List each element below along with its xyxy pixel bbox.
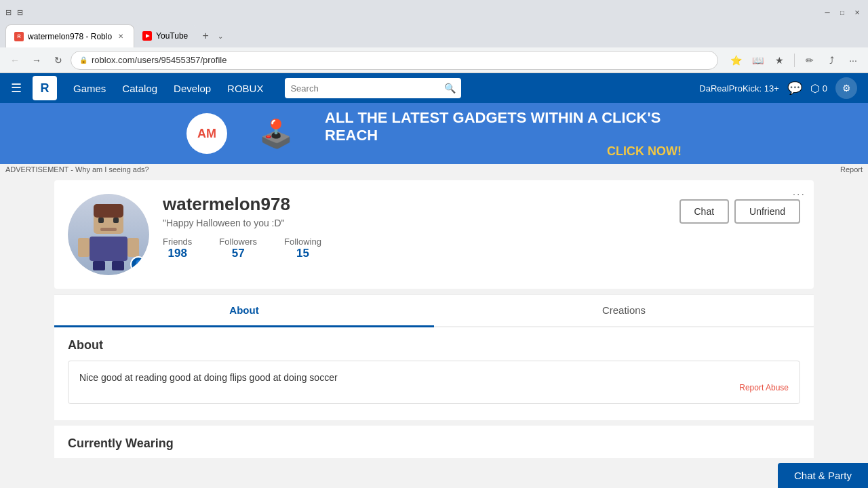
stat-friends-value[interactable]: 198 [163,247,192,260]
ad-notice-text: ADVERTISEMENT - Why am I seeing ads? [5,165,149,174]
nav-chat-btn[interactable]: 💬 [787,81,802,96]
ad-headline: ALL THE LATEST GADGETS WITHIN A CLICK'S … [325,109,682,144]
ad-logo: AM [186,113,227,154]
svg-rect-8 [93,261,105,270]
unfriend-button[interactable]: Unfriend [734,199,800,224]
profile-stats: Friends 198 Followers 57 Following 15 [163,237,666,260]
robux-count: 0 [823,83,827,94]
profile-info: watermelon978 "Happy Halloween to you :D… [163,194,666,260]
profile-status: "Happy Halloween to you :D" [163,218,666,228]
report-abuse-btn[interactable]: Report Abuse [79,383,789,392]
stat-following: Following 15 [284,237,321,260]
nav-robux[interactable]: ROBUX [227,83,263,94]
ad-cta[interactable]: CLICK NOW! [325,144,682,159]
maximize-btn[interactable]: □ [837,7,848,18]
bookmarks-btn[interactable]: 📖 [748,51,767,70]
nav-games[interactable]: Games [73,83,106,94]
svg-rect-2 [98,218,104,223]
yt-favicon: ▶ [142,31,152,41]
title-bar: ⊟ ⊟ ─ □ ✕ [0,0,868,24]
tab-roblox-label: watermelon978 - Roblo [28,32,112,41]
nav-right: DaRealProKick: 13+ 💬 ⬡ 0 ⚙ [699,77,857,99]
svg-rect-7 [127,238,139,257]
about-box: Nice good at reading good at doing flips… [68,361,800,404]
currently-wearing-section: Currently Wearing 3D [54,426,814,458]
address-bar-row: ← → ↻ 🔒 roblox.com/users/95455357/profil… [0,47,868,73]
robux-icon: ⬡ [810,82,820,95]
search-icon[interactable]: 🔍 [444,83,456,94]
profile-more-btn[interactable]: ··· [793,188,806,201]
new-tab-btn[interactable]: + [196,26,215,45]
forward-btn[interactable]: → [27,51,46,70]
more-btn[interactable]: ··· [844,51,863,70]
stat-friends-label: Friends [163,237,192,247]
tab-roblox-close[interactable]: ✕ [116,32,125,41]
profile-avatar: 👤 [68,194,149,275]
about-title: About [68,338,800,352]
svg-rect-4 [100,228,117,231]
nav-develop[interactable]: Develop [174,83,211,94]
ad-notice-bar: ADVERTISEMENT - Why am I seeing ads? Rep… [0,164,868,175]
roblox-logo[interactable]: R [33,76,57,100]
chat-button[interactable]: Chat [679,199,730,224]
star-btn[interactable]: ★ [770,51,789,70]
stat-following-value[interactable]: 15 [284,247,321,260]
address-bar[interactable]: 🔒 roblox.com/users/95455357/profile [71,51,718,70]
search-bar[interactable]: 🔍 [285,78,461,98]
tabs-row: About Creations [54,295,814,327]
tab-bar: R watermelon978 - Roblo ✕ ▶ YouTube + ⌄ [0,24,868,47]
stat-followers: Followers 57 [219,237,257,260]
url-text: roblox.com/users/95455357/profile [92,55,709,65]
search-input[interactable] [290,83,440,94]
profile-actions: Chat Unfriend [679,199,801,224]
reload-btn[interactable]: ↻ [49,51,68,70]
about-section: About Nice good at reading good at doing… [54,327,814,420]
settings-btn[interactable]: ⚙ [835,77,857,99]
profile-card: ··· [54,180,814,289]
stat-followers-value[interactable]: 57 [219,247,257,260]
lock-icon: 🔒 [79,56,87,64]
nav-links: Games Catalog Develop ROBUX [73,83,263,94]
nav-catalog[interactable]: Catalog [122,83,157,94]
stat-following-label: Following [284,237,321,247]
roblox-favicon: R [14,32,24,41]
svg-rect-1 [94,204,123,218]
close-btn[interactable]: ✕ [852,7,863,18]
profile-header: 👤 watermelon978 "Happy Halloween to you … [68,194,800,275]
ad-report-btn[interactable]: Report [840,165,863,174]
chat-party-bar[interactable]: Chat & Party [778,463,868,488]
share-btn[interactable]: ⤴ [822,51,841,70]
profile-username: watermelon978 [163,194,666,215]
minimize-btn[interactable]: ─ [822,7,833,18]
tab-youtube-label: YouTube [156,31,188,41]
stat-followers-label: Followers [219,237,257,247]
tab-overflow-btn[interactable]: ⌄ [215,24,226,47]
tab-roblox[interactable]: R watermelon978 - Roblo ✕ [5,24,134,47]
roblox-navbar: ☰ R Games Catalog Develop ROBUX 🔍 DaReal… [0,73,868,103]
tab-youtube[interactable]: ▶ YouTube [134,24,196,47]
nav-username[interactable]: DaRealProKick: 13+ [699,83,778,94]
tab-about[interactable]: About [54,295,434,327]
svg-rect-9 [112,261,124,270]
ad-person-image: 🕹️ [249,106,303,161]
svg-rect-6 [78,238,90,257]
browser-actions: ⭐ 📖 ★ ✏ ⤴ ··· [726,51,863,70]
svg-rect-5 [90,237,127,261]
extensions-btn[interactable]: ⭐ [726,51,745,70]
avatar-badge: 👤 [130,256,146,272]
ad-banner: AM 🕹️ ALL THE LATEST GADGETS WITHIN A CL… [0,103,868,164]
wearing-title: Currently Wearing [68,436,800,451]
back-btn[interactable]: ← [5,51,24,70]
profile-tabs: About Creations [54,294,814,327]
nav-robux-display[interactable]: ⬡ 0 [810,82,827,95]
stat-friends: Friends 198 [163,237,192,260]
tab-creations[interactable]: Creations [434,295,814,326]
svg-rect-3 [113,218,119,223]
about-text: Nice good at reading good at doing flips… [79,372,789,383]
hamburger-menu-btn[interactable]: ☰ [11,81,22,96]
pen-btn[interactable]: ✏ [800,51,819,70]
